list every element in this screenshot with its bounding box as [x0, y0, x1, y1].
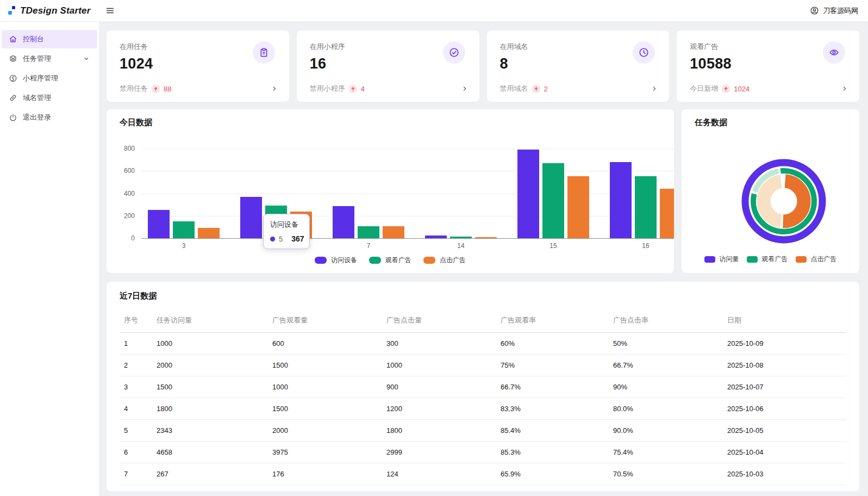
stat-detail-button[interactable]	[651, 85, 658, 92]
table-cell: 5	[120, 420, 152, 442]
legend-swatch	[704, 256, 715, 263]
table-cell: 1500	[268, 355, 382, 376]
hamburger-icon	[105, 6, 115, 15]
bar-观看广告-15[interactable]	[542, 163, 564, 238]
legend-item-访问设备[interactable]: 访问设备	[315, 256, 357, 265]
sidebar-item-domain-management[interactable]: 域名管理	[2, 89, 97, 107]
bar-访问设备-3[interactable]	[148, 210, 170, 238]
stat-card-active-domains: 在用域名 8 禁用域名 2	[487, 30, 670, 102]
stat-footer: 禁用小程序 4	[310, 84, 469, 94]
table-row: 726717612465.9%70.5%2025-10-03	[120, 463, 846, 485]
bar-点击广告-14[interactable]	[475, 237, 497, 238]
y-axis-tick: 400	[110, 190, 135, 197]
x-axis-tick: 16	[629, 242, 662, 250]
bar-点击广告-16[interactable]	[660, 189, 674, 238]
table-cell: 2025-10-09	[723, 333, 846, 355]
chart-tooltip: 访问设备5367	[263, 214, 310, 249]
table-title: 近7日数据	[120, 291, 846, 301]
table-cell: 267	[152, 463, 268, 485]
bar-点击广告-3[interactable]	[198, 228, 220, 238]
sidebar-item-dashboard[interactable]: 控制台	[2, 30, 97, 48]
logo-text: TDesign Starter	[20, 5, 91, 16]
legend-item-点击广告[interactable]: 点击广告	[796, 255, 837, 264]
table-cell: 2000	[152, 355, 268, 376]
legend-label: 观看广告	[762, 255, 788, 264]
table-cell: 1800	[152, 398, 268, 420]
menu-toggle-button[interactable]	[102, 4, 118, 17]
table-cell: 75.4%	[609, 442, 723, 463]
table-cell: 1000	[152, 333, 268, 355]
legend-swatch	[369, 257, 381, 264]
legend-item-点击广告[interactable]: 点击广告	[423, 256, 466, 265]
task-data-card: 任务数据 访问量观看广告点击广告	[682, 109, 859, 273]
legend-item-观看广告[interactable]: 观看广告	[369, 256, 411, 265]
legend-label: 点击广告	[811, 255, 837, 264]
bar-点击广告-7[interactable]	[383, 226, 404, 238]
table-cell: 70.5%	[609, 463, 723, 485]
donut-segment-访问量[interactable]	[745, 163, 822, 240]
clipboard-icon	[253, 41, 275, 64]
tooltip-value: 367	[291, 234, 304, 243]
legend-label: 访问量	[720, 255, 739, 264]
stat-detail-button[interactable]	[271, 85, 278, 92]
table-cell: 1800	[382, 420, 496, 442]
table-column-header: 任务访问量	[152, 308, 268, 333]
bar-访问设备-7[interactable]	[333, 206, 354, 238]
bar-观看广告-7[interactable]	[358, 226, 379, 238]
table-cell: 900	[382, 376, 496, 398]
table-column-header: 序号	[120, 308, 152, 333]
main-content: 在用任务 1024 禁用任务 88 在用小程序 16 禁用小程序 4	[107, 22, 859, 491]
logo[interactable]: TDesign Starter	[0, 5, 99, 16]
donut-segment-点击广告[interactable]	[783, 181, 804, 221]
tooltip-marker	[270, 237, 275, 241]
table-cell: 4658	[152, 442, 268, 463]
sidebar-item-task-management[interactable]: 任务管理	[2, 49, 97, 68]
table-cell: 2	[120, 355, 152, 376]
table-cell: 60%	[496, 333, 609, 355]
table-cell: 2025-10-03	[723, 463, 846, 485]
app-header: TDesign Starter 刀客源码网	[0, 0, 868, 22]
tooltip-row: 5367	[270, 234, 303, 243]
user-menu[interactable]: 刀客源码网	[810, 6, 868, 16]
donut-segment-点击广告[interactable]	[764, 181, 781, 221]
stat-card-active-tasks: 在用任务 1024 禁用任务 88	[107, 30, 289, 102]
bar-访问设备-14[interactable]	[425, 235, 447, 238]
bar-访问设备-16[interactable]	[610, 162, 632, 238]
table-cell: 4	[120, 398, 152, 420]
table-column-header: 日期	[723, 308, 846, 333]
bar-观看广告-16[interactable]	[635, 176, 657, 238]
table-cell: 2000	[268, 420, 382, 442]
legend-item-观看广告[interactable]: 观看广告	[747, 255, 788, 264]
sidebar-item-miniprogram-management[interactable]: 小程序管理	[2, 69, 97, 88]
table-column-header: 广告点击量	[382, 308, 496, 333]
bar-观看广告-14[interactable]	[450, 237, 472, 238]
x-axis-tick: 14	[445, 242, 477, 250]
tooltip-series-name: 访问设备	[270, 220, 303, 230]
x-axis-tick: 7	[352, 242, 385, 250]
logo-icon	[8, 5, 15, 16]
bar-点击广告-15[interactable]	[567, 176, 589, 238]
table-row: 220001500100075%66.7%2025-10-08	[120, 355, 846, 376]
bar-访问设备-15[interactable]	[517, 150, 539, 238]
recent-data-table: 序号任务访问量广告观看量广告点击量广告观看率广告点击率日期 1100060030…	[120, 308, 846, 485]
legend-label: 观看广告	[385, 256, 411, 265]
stat-value: 1024	[120, 55, 276, 72]
bar-观看广告-3[interactable]	[173, 221, 195, 238]
donut-chart	[738, 155, 830, 247]
table-row: 646583975299985.3%75.4%2025-10-04	[120, 442, 846, 463]
stat-detail-button[interactable]	[841, 85, 848, 92]
layers-icon	[9, 54, 17, 63]
table-row: 31500100090066.7%90%2025-10-07	[120, 376, 846, 398]
sidebar-item-logout[interactable]: 退出登录	[2, 108, 97, 127]
x-axis-tick: 15	[537, 242, 570, 250]
sidebar-item-label: 退出登录	[23, 113, 51, 122]
table-cell: 1200	[382, 398, 496, 420]
tooltip-category: 5	[279, 235, 283, 243]
table-row: 1100060030060%50%2025-10-09	[120, 333, 846, 355]
stat-detail-button[interactable]	[461, 85, 469, 92]
sidebar-item-label: 任务管理	[23, 54, 51, 64]
table-cell: 2999	[382, 442, 496, 463]
legend-swatch	[747, 256, 758, 263]
legend-item-访问量[interactable]: 访问量	[704, 255, 739, 264]
bar-访问设备-5[interactable]	[240, 197, 262, 238]
